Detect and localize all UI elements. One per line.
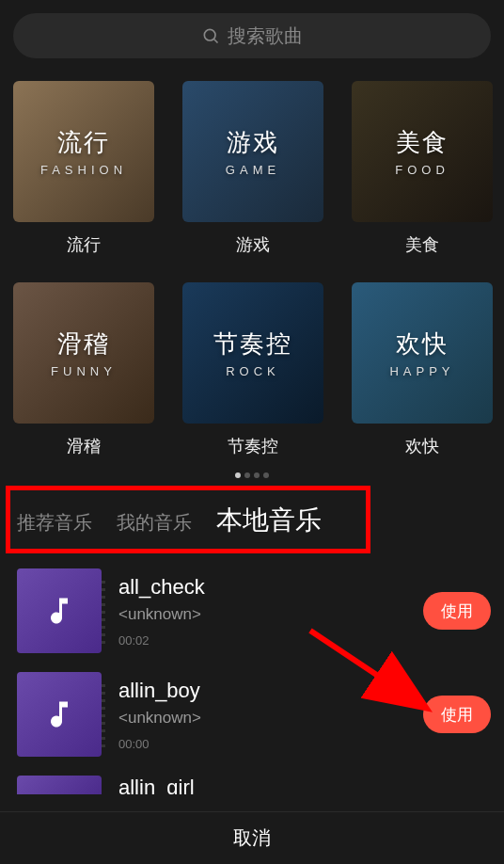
category-label: 美食: [405, 233, 439, 256]
song-info: all_check <unknown> 00:02: [118, 575, 406, 648]
music-note-icon: [42, 594, 76, 628]
song-title: allin_girl: [118, 776, 491, 794]
song-thumb: [17, 776, 102, 794]
thumb-cn-label: 美食: [396, 126, 449, 159]
category-card-food[interactable]: 美食 FOOD 美食: [352, 81, 493, 256]
thumb-cn-label: 滑稽: [57, 328, 110, 360]
song-item[interactable]: allin_boy <unknown> 00:00 使用: [0, 663, 504, 766]
thumb-en-label: FASHION: [40, 163, 127, 177]
song-info: allin_boy <unknown> 00:00: [118, 679, 406, 751]
search-bar[interactable]: 搜索歌曲: [13, 13, 491, 58]
song-artist: <unknown>: [118, 709, 406, 728]
tab-local[interactable]: 本地音乐: [216, 503, 322, 538]
thumb-en-label: HAPPY: [389, 364, 454, 378]
song-thumb: [17, 672, 102, 757]
song-info: allin_girl: [118, 776, 491, 794]
song-duration: 00:02: [118, 633, 406, 648]
dot: [244, 472, 250, 478]
tabs-container: 推荐音乐 我的音乐 本地音乐: [0, 493, 504, 548]
dot-active: [235, 472, 241, 478]
thumb-en-label: FUNNY: [51, 364, 117, 378]
song-thumb: [17, 568, 102, 653]
thumb-cn-label: 欢快: [396, 328, 449, 360]
song-title: allin_boy: [118, 679, 406, 703]
category-card-game[interactable]: 游戏 GAME 游戏: [182, 81, 323, 256]
category-thumb: 滑稽 FUNNY: [13, 282, 154, 424]
category-card-rock[interactable]: 节奏控 ROCK 节奏控: [182, 282, 323, 457]
search-icon: [201, 26, 220, 45]
cancel-button[interactable]: 取消: [0, 811, 504, 864]
search-placeholder: 搜索歌曲: [228, 24, 303, 49]
song-duration: 00:00: [118, 737, 406, 751]
thumb-en-label: ROCK: [226, 364, 280, 378]
song-artist: <unknown>: [118, 605, 406, 624]
category-label: 欢快: [405, 435, 439, 457]
category-label: 游戏: [236, 233, 270, 256]
song-item[interactable]: all_check <unknown> 00:02 使用: [0, 559, 504, 663]
song-item[interactable]: allin_girl: [0, 766, 504, 794]
song-list: all_check <unknown> 00:02 使用 allin_boy <…: [0, 548, 504, 806]
tab-mine[interactable]: 我的音乐: [117, 510, 192, 536]
thumb-en-label: FOOD: [395, 163, 449, 177]
category-card-fashion[interactable]: 流行 FASHION 流行: [13, 81, 154, 256]
thumb-cn-label: 游戏: [227, 126, 279, 159]
dot: [263, 472, 269, 478]
category-label: 滑稽: [67, 435, 101, 457]
category-thumb: 美食 FOOD: [352, 81, 493, 222]
svg-point-0: [204, 29, 215, 40]
thumb-cn-label: 流行: [57, 126, 110, 159]
thumb-en-label: GAME: [226, 163, 280, 177]
category-label: 节奏控: [228, 435, 278, 457]
pagination-dots: [0, 472, 504, 478]
music-note-icon: [42, 697, 76, 731]
category-thumb: 节奏控 ROCK: [182, 282, 323, 424]
use-button[interactable]: 使用: [423, 696, 491, 733]
use-button[interactable]: 使用: [423, 592, 491, 630]
category-card-happy[interactable]: 欢快 HAPPY 欢快: [352, 282, 493, 457]
category-grid: 流行 FASHION 流行 游戏 GAME 游戏 美食 FOOD 美食 滑稽 F…: [0, 58, 504, 467]
thumb-cn-label: 节奏控: [213, 328, 292, 360]
category-thumb: 流行 FASHION: [13, 81, 154, 222]
category-card-funny[interactable]: 滑稽 FUNNY 滑稽: [13, 282, 154, 457]
tabs: 推荐音乐 我的音乐 本地音乐: [0, 493, 504, 548]
tab-recommended[interactable]: 推荐音乐: [17, 510, 92, 536]
category-thumb: 欢快 HAPPY: [352, 282, 493, 424]
category-thumb: 游戏 GAME: [182, 81, 323, 222]
category-label: 流行: [67, 233, 101, 256]
svg-line-1: [214, 40, 218, 43]
dot: [254, 472, 260, 478]
song-title: all_check: [118, 575, 406, 600]
